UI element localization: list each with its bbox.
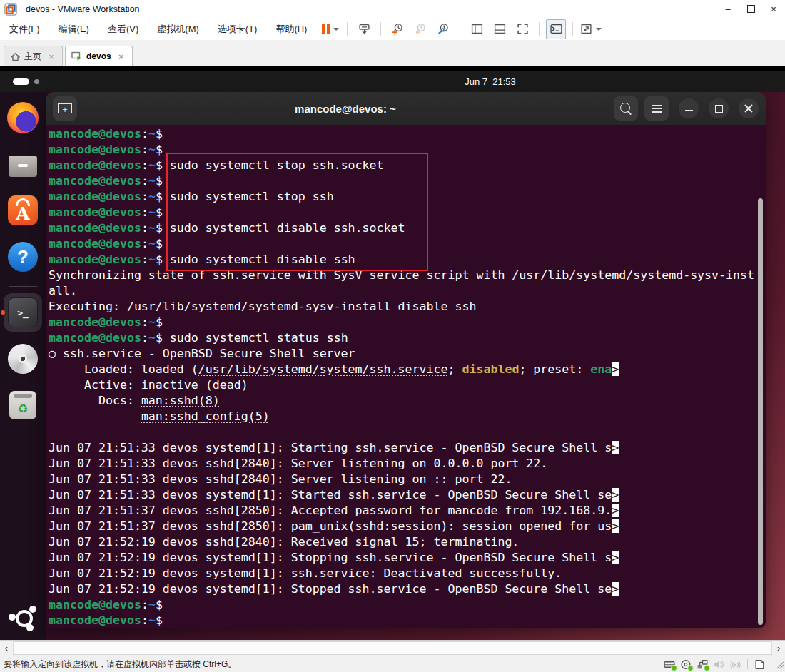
- toolbar-revert-snapshot-button[interactable]: [410, 19, 430, 39]
- toolbar-fullscreen-button[interactable]: [579, 19, 602, 39]
- scroll-left-arrow[interactable]: ‹: [0, 641, 14, 656]
- dock-item-app-center[interactable]: [6, 193, 40, 228]
- dock-item-terminal[interactable]: [6, 295, 40, 330]
- terminal-new-tab-button[interactable]: [53, 96, 77, 121]
- toolbar-fit-guest-button[interactable]: [512, 19, 532, 39]
- terminal-line: mancode@devos:~$ sudo systemctl disable …: [49, 220, 766, 236]
- ubuntu-logo-dot: [29, 606, 36, 613]
- menu-item-1[interactable]: 编辑(E): [49, 19, 98, 40]
- terminal-line: man:sshd_config(5): [49, 409, 766, 424]
- tab-devos[interactable]: devos×: [65, 46, 133, 66]
- terminal-line: mancode@devos:~$ sudo systemctl disable …: [49, 252, 766, 268]
- vmware-workstation-window: devos - VMware Workstation – × 文件(F)编辑(E…: [0, 0, 785, 672]
- menu-item-4[interactable]: 选项卡(T): [208, 19, 267, 40]
- terminal-search-button[interactable]: [614, 96, 638, 121]
- terminal-line: mancode@devos:~$ sudo systemctl stop ssh: [49, 189, 766, 205]
- dock-items: ?: [0, 101, 46, 422]
- resize-grip-icon[interactable]: [774, 658, 785, 670]
- workspace-dot-indicator[interactable]: [34, 79, 39, 84]
- dock-item-cdrom[interactable]: [6, 342, 40, 376]
- terminal-body[interactable]: mancode@devos:~$mancode@devos:~$mancode@…: [46, 125, 766, 628]
- terminal-menu-button[interactable]: [644, 96, 669, 121]
- toolbar-send-ctrl-alt-del-button[interactable]: [354, 19, 374, 39]
- terminal-line: mancode@devos:~$: [49, 315, 766, 330]
- ubuntu-logo-dot: [26, 624, 34, 631]
- device-wireless[interactable]: [728, 658, 743, 671]
- vm-letterbox: [0, 66, 785, 71]
- terminal-line: Docs: man:sshd(8): [49, 393, 766, 409]
- toolbar: [319, 19, 604, 39]
- window-title: devos - VMware Workstation: [26, 4, 140, 14]
- scrollbar-thumb[interactable]: [14, 641, 771, 655]
- fit-guest-icon: [517, 23, 529, 35]
- take-snapshot-icon: [392, 23, 404, 35]
- terminal-line: Loaded: loaded (/usr/lib/systemd/system/…: [49, 362, 766, 377]
- tab-home[interactable]: 主页×: [4, 46, 63, 66]
- ubuntu-dock: ?: [0, 92, 46, 640]
- toolbar-divider: [572, 22, 573, 36]
- menu-items: 文件(F)编辑(E)查看(V)虚拟机(M)选项卡(T)帮助(H): [0, 19, 316, 40]
- window-maximize-button[interactable]: [739, 0, 762, 18]
- toolbar-manage-snapshots-button[interactable]: [433, 19, 453, 39]
- harddisk-icon: [664, 658, 676, 671]
- terminal-line: mancode@devos:~$: [49, 236, 766, 252]
- window-minimize-button[interactable]: –: [716, 0, 739, 18]
- toolbar-console-view-button[interactable]: [546, 19, 566, 39]
- terminal-line: mancode@devos:~$: [49, 126, 766, 142]
- tab-label: 主页: [24, 51, 41, 63]
- terminal-line: Jun 07 21:52:19 devos sshd[2840]: Receiv…: [49, 534, 766, 550]
- gnome-clock[interactable]: Jun 7 21:53: [444, 71, 537, 92]
- terminal-header[interactable]: mancode@devos: ~: [46, 92, 766, 125]
- terminal-line: all.: [49, 283, 766, 299]
- toolbar-pause-button[interactable]: [320, 19, 340, 39]
- terminal-maximize-button[interactable]: [709, 98, 729, 118]
- cdrom-icon: [680, 658, 692, 671]
- terminal-close-button[interactable]: [739, 98, 759, 118]
- dock-separator: [9, 286, 37, 287]
- tab-close-icon[interactable]: ×: [116, 51, 126, 62]
- console-view-icon: [550, 23, 562, 35]
- device-cdrom[interactable]: [679, 658, 694, 671]
- terminal-scrollbar[interactable]: [758, 198, 763, 625]
- menu-item-5[interactable]: 帮助(H): [266, 19, 316, 40]
- statusbar-hint: 要将输入定向到该虚拟机，请在虚拟机内部单击或按 Ctrl+G。: [4, 658, 662, 671]
- device-status-icons: [662, 658, 768, 671]
- device-network[interactable]: [695, 658, 710, 671]
- toolbar-show-library-button[interactable]: [467, 19, 487, 39]
- terminal-minimize-button[interactable]: [679, 98, 699, 118]
- terminal-line: mancode@devos:~$ sudo systemctl status s…: [49, 330, 766, 346]
- terminal-line: mancode@devos:~$: [49, 173, 766, 189]
- workspace-pill-indicator[interactable]: [13, 78, 29, 85]
- dock-item-help[interactable]: ?: [6, 240, 40, 274]
- files-icon: [9, 156, 37, 177]
- menu-item-2[interactable]: 查看(V): [98, 19, 148, 40]
- device-message[interactable]: [752, 658, 767, 671]
- device-sound[interactable]: [711, 658, 726, 671]
- horizontal-scrollbar[interactable]: ‹ ›: [0, 640, 785, 656]
- hamburger-menu-icon: [652, 105, 662, 113]
- terminal-line: mancode@devos:~$ sudo systemctl stop ssh…: [49, 158, 766, 173]
- terminal-line: Jun 07 21:51:33 devos sshd[2840]: Server…: [49, 472, 766, 487]
- tab-close-icon[interactable]: ×: [46, 51, 56, 62]
- menu-item-0[interactable]: 文件(F): [0, 19, 49, 40]
- dock-item-firefox[interactable]: [6, 101, 40, 135]
- terminal-window: mancode@devos: ~ mancode@devos:~$mancode…: [46, 92, 766, 628]
- vmware-logo-icon: [4, 3, 17, 16]
- toolbar-show-thumbnail-bar-button[interactable]: [490, 19, 510, 39]
- dock-item-trash[interactable]: [6, 388, 40, 422]
- window-close-button[interactable]: ×: [762, 0, 785, 18]
- network-icon: [697, 658, 709, 671]
- scroll-right-arrow[interactable]: ›: [771, 641, 785, 656]
- cdrom-icon: [8, 344, 38, 374]
- toolbar-take-snapshot-button[interactable]: [388, 19, 407, 39]
- manage-snapshots-icon: [437, 23, 450, 35]
- dock-item-files[interactable]: [6, 147, 40, 181]
- wireless-icon: [729, 658, 741, 671]
- terminal-line: mancode@devos:~$: [49, 205, 766, 220]
- menu-item-3[interactable]: 虚拟机(M): [148, 19, 208, 40]
- vm-screen: Jun 7 21:53 ? mancode@devos: ~: [0, 66, 785, 640]
- device-harddisk[interactable]: [662, 658, 677, 671]
- new-tab-icon: [58, 103, 72, 113]
- ubuntu-logo-icon[interactable]: [9, 603, 37, 631]
- window-controls: – ×: [716, 0, 785, 18]
